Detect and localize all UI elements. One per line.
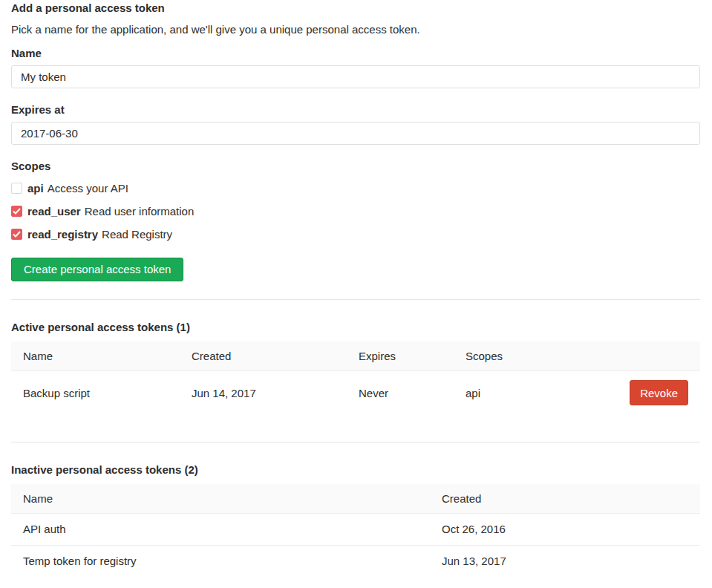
expires-at-label: Expires at xyxy=(11,102,700,117)
column-header-created: Created xyxy=(430,484,700,514)
table-row: API auth Oct 26, 2016 xyxy=(11,514,700,546)
scope-row-read-registry[interactable]: read_registry Read Registry xyxy=(11,226,700,241)
check-icon xyxy=(13,208,21,215)
section-divider xyxy=(11,442,700,442)
token-name-cell: API auth xyxy=(11,514,430,546)
column-header-name: Name xyxy=(11,342,180,371)
scopes-label: Scopes xyxy=(11,159,700,173)
scopes-list: api Access your API read_user Read user … xyxy=(11,180,700,241)
token-scopes-cell: api xyxy=(454,371,572,415)
scope-name: read_user xyxy=(27,205,81,218)
scope-description: Read Registry xyxy=(102,228,172,241)
active-tokens-heading: Active personal access tokens (1) xyxy=(11,320,700,334)
column-header-created: Created xyxy=(180,342,347,371)
revoke-button[interactable]: Revoke xyxy=(630,380,688,405)
personal-access-tokens-page: Add a personal access token Pick a name … xyxy=(0,1,712,588)
scope-row-api[interactable]: api Access your API xyxy=(11,180,700,195)
token-name-cell: Backup script xyxy=(11,371,180,415)
section-divider xyxy=(11,299,700,300)
scope-description: Read user information xyxy=(85,205,195,218)
inactive-tokens-table: Name Created API auth Oct 26, 2016 Temp … xyxy=(11,484,700,577)
expires-at-input[interactable] xyxy=(11,122,700,145)
scope-description: Access your API xyxy=(48,182,128,195)
column-header-action xyxy=(572,342,700,371)
page-description: Pick a name for the application, and we'… xyxy=(11,22,700,36)
add-token-form: Name Expires at Scopes api Access your A… xyxy=(11,46,700,281)
column-header-scopes: Scopes xyxy=(454,342,572,371)
token-action-cell: Revoke xyxy=(572,371,700,415)
token-created-cell: Oct 26, 2016 xyxy=(430,514,700,546)
page-title: Add a personal access token xyxy=(11,1,700,15)
scope-name: api xyxy=(27,182,44,195)
table-header-row: Name Created Expires Scopes xyxy=(11,342,700,371)
token-created-cell: Jun 13, 2017 xyxy=(430,546,700,578)
token-name-cell: Temp token for registry xyxy=(11,546,430,578)
checkbox-read-user[interactable] xyxy=(11,206,22,217)
checkbox-api[interactable] xyxy=(11,183,22,194)
token-expires-cell: Never xyxy=(347,371,454,415)
inactive-tokens-heading: Inactive personal access tokens (2) xyxy=(11,463,700,477)
scope-row-read-user[interactable]: read_user Read user information xyxy=(11,203,700,218)
column-header-expires: Expires xyxy=(347,342,454,371)
column-header-name: Name xyxy=(11,484,430,514)
check-icon xyxy=(13,231,21,238)
checkbox-read-registry[interactable] xyxy=(11,229,22,240)
active-tokens-table: Name Created Expires Scopes Backup scrip… xyxy=(11,342,700,414)
scope-name: read_registry xyxy=(27,228,98,241)
name-label: Name xyxy=(11,46,700,60)
table-row: Temp token for registry Jun 13, 2017 xyxy=(11,546,700,578)
table-row: Backup script Jun 14, 2017 Never api Rev… xyxy=(11,371,700,415)
token-name-input[interactable] xyxy=(11,65,700,88)
table-header-row: Name Created xyxy=(11,484,700,514)
token-created-cell: Jun 14, 2017 xyxy=(180,371,347,415)
create-token-button[interactable]: Create personal access token xyxy=(11,258,183,281)
